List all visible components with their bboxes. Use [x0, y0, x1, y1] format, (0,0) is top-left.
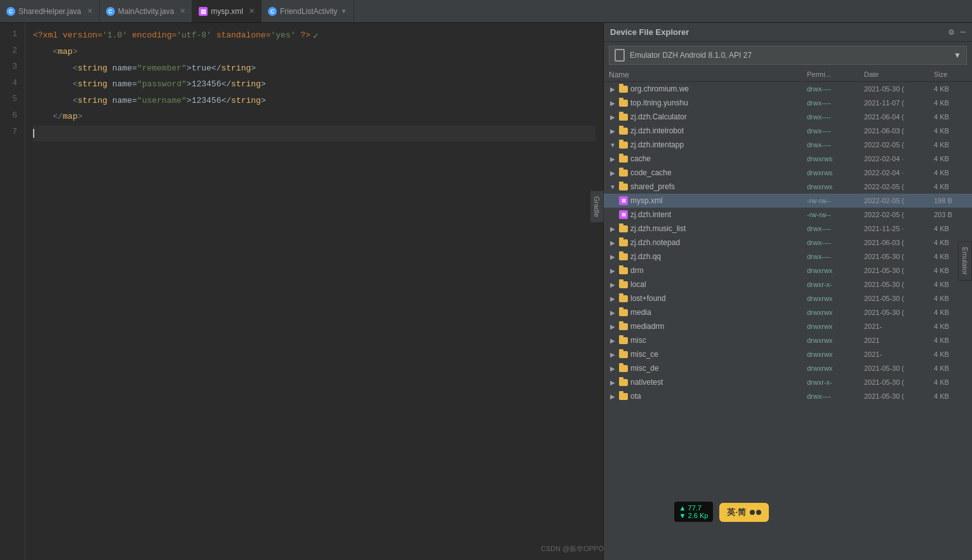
close-icon[interactable]: ✕ [180, 7, 185, 15]
tab-friend-list[interactable]: C FriendListActivity ▼ [262, 0, 354, 22]
code-line-4: <string name="password">123456</string> [33, 77, 596, 93]
code-content[interactable]: <?xml version='1.0' encoding='utf-8' sta… [25, 23, 603, 560]
expand-arrow-icon[interactable]: ▶ [609, 100, 616, 107]
file-row[interactable]: ▶ org.chromium.we drwx---- 2021-05-30 ( … [604, 82, 972, 96]
file-size: 4 KB [934, 127, 972, 135]
folder-icon [619, 100, 628, 107]
file-row-mysp-xml[interactable]: ▤ mysp.xml -rw-rw-- 2022-02-05 ( 198 B [604, 194, 972, 208]
expand-arrow-icon[interactable]: ▶ [609, 170, 616, 177]
folder-icon [619, 183, 628, 190]
expand-arrow-icon[interactable]: ▶ [609, 393, 616, 400]
tab-label: FriendListActivity [280, 7, 338, 16]
file-row[interactable]: ▶ zj.dzh.qq drwx---- 2021-05-30 ( 4 KB [604, 250, 972, 263]
xml-file-icon: ▤ [619, 196, 628, 205]
file-name: ▶ zj.dzh.intelrobot [604, 126, 807, 135]
speed-down: ▼ 2.6 Kp [679, 512, 709, 519]
device-selector[interactable]: Emulator DZH Android 8.1.0, API 27 ▼ [609, 46, 967, 65]
eye-right [756, 510, 761, 515]
folder-icon [619, 379, 628, 386]
settings-icon[interactable]: ⚙ [949, 27, 954, 37]
file-row[interactable]: ▼ shared_prefs drwxrwx 2022-02-05 ( 4 KB [604, 180, 972, 194]
gradle-tab[interactable]: Gradle [590, 190, 604, 223]
file-row[interactable]: ▶ zj.dzh.Calculator drwx---- 2021-06-04 … [604, 110, 972, 124]
file-row[interactable]: ▶ misc drwxrwx 2021 4 KB [604, 333, 972, 347]
tab-mysp-xml[interactable]: ▤ mysp.xml ✕ [192, 0, 262, 22]
folder-icon [619, 295, 628, 302]
file-name: ▶ misc [604, 336, 807, 345]
expand-arrow-icon[interactable]: ▶ [609, 114, 616, 121]
expand-arrow-icon[interactable]: ▶ [609, 253, 616, 260]
minimize-icon[interactable]: — [961, 27, 966, 37]
file-permi: drwxrwx [807, 337, 864, 344]
file-date: 2021-05-30 ( [864, 295, 934, 302]
file-size: 4 KB [934, 85, 972, 93]
file-name: ▼ shared_prefs [604, 182, 807, 191]
emulator-tab[interactable]: Emulator [958, 241, 972, 281]
file-permi: drwxrwx [807, 295, 864, 302]
col-permi-header: Permi... [807, 70, 864, 79]
file-date: 2022-02-04 · [864, 155, 934, 163]
file-row[interactable]: ▶ code_cache drwxrws 2022-02-04 · 4 KB [604, 166, 972, 180]
expand-arrow-icon [609, 211, 616, 218]
close-icon[interactable]: ✕ [249, 7, 255, 15]
expand-arrow-icon[interactable]: ▶ [609, 156, 616, 163]
file-name: ▶ nativetest [604, 378, 807, 387]
file-size: 4 KB [934, 113, 972, 121]
expand-arrow-icon[interactable]: ▶ [609, 225, 616, 232]
tab-label: SharedHelper.java [18, 7, 81, 16]
dropdown-arrow-icon[interactable]: ▼ [341, 8, 347, 15]
file-permi: drwxrwx [807, 350, 864, 358]
close-icon[interactable]: ✕ [87, 7, 93, 15]
file-date: 2021-11-07 ( [864, 99, 934, 107]
overlay-container: ▲ 77.7 ▼ 2.6 Kp 英·简 [674, 502, 769, 522]
file-row[interactable]: ▼ zj.dzh.intentapp drwx---- 2022-02-05 (… [604, 138, 972, 152]
expand-arrow-icon[interactable]: ▶ [609, 267, 616, 274]
expand-arrow-icon[interactable]: ▼ [609, 183, 616, 190]
file-date: 2021-05-30 ( [864, 281, 934, 288]
file-size: 4 KB [934, 99, 972, 107]
file-size: 4 KB [934, 295, 972, 302]
file-row[interactable]: ▶ local drwxr-x- 2021-05-30 ( 4 KB [604, 277, 972, 291]
file-date: 2022-02-04 · [864, 169, 934, 177]
file-table[interactable]: Name Permi... Date Size ▶ org.chromium.w… [604, 69, 972, 560]
file-row[interactable]: ▤ zj.dzh.intent -rw-rw-- 2022-02-05 ( 20… [604, 208, 972, 222]
file-row[interactable]: ▶ nativetest drwxr-x- 2021-05-30 ( 4 KB [604, 375, 972, 389]
expand-arrow-icon[interactable]: ▶ [609, 239, 616, 246]
folder-icon [619, 239, 628, 246]
file-row[interactable]: ▶ lost+found drwxrwx 2021-05-30 ( 4 KB [604, 291, 972, 305]
expand-arrow-icon[interactable]: ▶ [609, 128, 616, 135]
file-row[interactable]: ▶ misc_de drwxrwx 2021-05-30 ( 4 KB [604, 361, 972, 375]
file-row[interactable]: ▶ top.itning.yunshu drwx---- 2021-11-07 … [604, 96, 972, 110]
folder-icon [619, 86, 628, 93]
expand-arrow-icon[interactable]: ▶ [609, 86, 616, 93]
file-size: 203 B [934, 211, 972, 218]
expand-arrow-icon[interactable]: ▶ [609, 365, 616, 372]
code-editor[interactable]: 1 2 3 4 5 6 7 <?xml version='1.0' encodi… [0, 23, 604, 560]
expand-arrow-icon[interactable]: ▶ [609, 379, 616, 386]
file-row[interactable]: ▶ misc_ce drwxrwx 2021- 4 KB [604, 347, 972, 361]
file-table-header: Name Permi... Date Size [604, 69, 972, 82]
expand-arrow-icon[interactable]: ▶ [609, 351, 616, 358]
expand-arrow-icon[interactable]: ▶ [609, 295, 616, 302]
folder-icon [619, 365, 628, 372]
expand-arrow-icon[interactable]: ▶ [609, 337, 616, 344]
tab-shared-helper[interactable]: C SharedHelper.java ✕ [0, 0, 100, 22]
file-row[interactable]: ▶ zj.dzh.music_list drwx---- 2021-11-25 … [604, 222, 972, 236]
expand-arrow-icon[interactable]: ▼ [609, 142, 616, 149]
folder-icon [619, 309, 628, 316]
file-row[interactable]: ▶ media drwxrwx 2021-05-30 ( 4 KB [604, 305, 972, 319]
file-row[interactable]: ▶ mediadrm drwxrwx 2021- 4 KB [604, 319, 972, 333]
tab-main-activity[interactable]: C MainActivity.java ✕ [100, 0, 192, 22]
panel-header: Device File Explorer ⚙ — [604, 23, 972, 42]
file-row[interactable]: ▶ zj.dzh.notepad drwx---- 2021-06-03 ( 4… [604, 236, 972, 250]
ime-widget[interactable]: 英·简 [719, 503, 769, 522]
expand-arrow-icon[interactable]: ▶ [609, 323, 616, 330]
expand-arrow-icon[interactable]: ▶ [609, 309, 616, 316]
file-row[interactable]: ▶ cache drwxrws 2022-02-04 · 4 KB [604, 152, 972, 166]
file-name: ▶ media [604, 308, 807, 317]
expand-arrow-icon[interactable]: ▶ [609, 281, 616, 288]
file-row[interactable]: ▶ ota drwx---- 2021-05-30 ( 4 KB [604, 389, 972, 403]
ime-lang-label: 英·简 [727, 507, 746, 518]
file-row[interactable]: ▶ drm drwxrwx 2021-05-30 ( 4 KB [604, 263, 972, 277]
file-row[interactable]: ▶ zj.dzh.intelrobot drwx---- 2021-06-03 … [604, 124, 972, 138]
